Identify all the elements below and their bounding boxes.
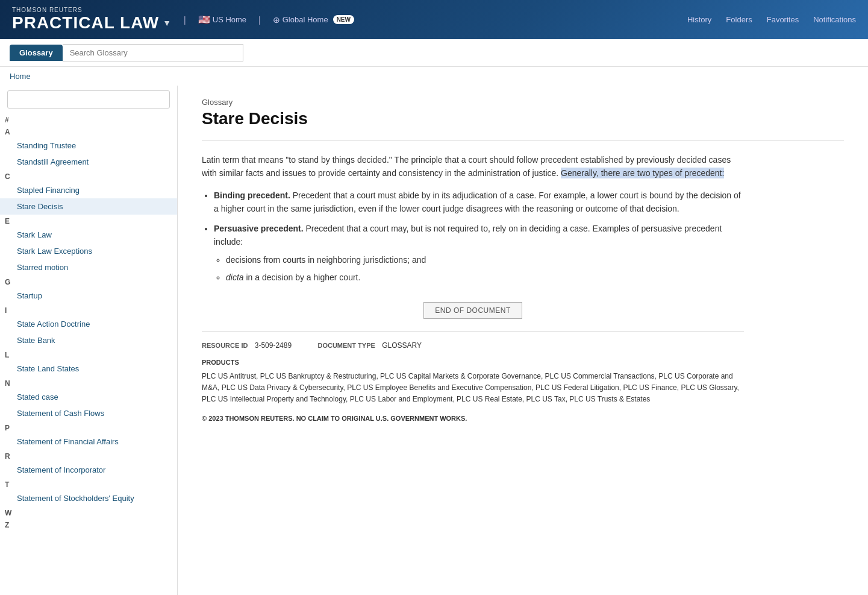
sidebar-item-stark-law[interactable]: Stark Law	[0, 227, 177, 243]
alpha-section-hash: #	[0, 113, 177, 125]
resource-id-label: RESOURCE ID	[202, 342, 248, 349]
main-layout: # A Standing Trustee Standstill Agreemen…	[0, 86, 868, 595]
sidebar-item-standstill-agreement[interactable]: Standstill Agreement	[0, 154, 177, 170]
binding-precedent-text: Precedent that a court must abide by in …	[214, 190, 741, 213]
sidebar-item-stapled-financing[interactable]: Stapled Financing	[0, 182, 177, 198]
alpha-label-z: Z	[0, 518, 177, 530]
alpha-label-w: W	[0, 506, 177, 518]
content-sub-bullet-1: decisions from courts in neighboring jur…	[226, 253, 744, 266]
sidebar-item-statement-of-incorporator[interactable]: Statement of Incorporator	[0, 462, 177, 478]
end-of-document-button: END OF DOCUMENT	[423, 302, 522, 319]
persuasive-precedent-title: Persuasive precedent.	[214, 224, 304, 233]
new-badge: NEW	[333, 15, 354, 24]
breadcrumb[interactable]: Home	[0, 67, 868, 86]
products-text: PLC US Antitrust, PLC US Bankruptcy & Re…	[202, 372, 739, 403]
alpha-section-n: N	[0, 377, 177, 389]
alpha-label-hash: #	[0, 113, 177, 125]
header-right: History Folders Favorites Notifications	[687, 15, 856, 24]
content-sub-bullet-2: dicta in a decision by a higher court.	[226, 271, 744, 284]
brand: THOMSON REUTERS PRACTICAL LAW ▼	[12, 7, 172, 33]
sidebar-item-statement-of-cash-flows[interactable]: Statement of Cash Flows	[0, 405, 177, 421]
search-bar: Glossary	[0, 39, 868, 67]
dicta-text: dicta	[226, 272, 244, 282]
folders-link[interactable]: Folders	[726, 15, 752, 24]
doc-type-label: DOCUMENT TYPE	[317, 342, 375, 349]
sidebar-item-state-action-doctrine[interactable]: State Action Doctrine	[0, 316, 177, 332]
content-bullet-binding: Binding precedent. Precedent that a cour…	[214, 189, 744, 216]
alpha-label-n: N	[0, 377, 177, 389]
notifications-link[interactable]: Notifications	[813, 15, 856, 24]
copyright-text: © 2023 THOMSON REUTERS. NO CLAIM TO ORIG…	[202, 414, 744, 424]
sidebar-item-statement-of-stockholders-equity[interactable]: Statement of Stockholders' Equity	[0, 490, 177, 506]
global-home-link[interactable]: ⊕ Global Home NEW	[273, 15, 354, 25]
us-home-label: US Home	[213, 15, 246, 24]
alpha-label-e: E	[0, 215, 177, 227]
sidebar-item-stated-case[interactable]: Stated case	[0, 389, 177, 405]
sidebar-item-starred-motion[interactable]: Starred motion	[0, 259, 177, 275]
metadata-row-resource: RESOURCE ID 3-509-2489 DOCUMENT TYPE GLO…	[202, 340, 744, 351]
header: THOMSON REUTERS PRACTICAL LAW ▼ | 🇺🇸 US …	[0, 0, 868, 39]
sidebar: # A Standing Trustee Standstill Agreemen…	[0, 86, 178, 595]
alpha-section-w: W	[0, 506, 177, 518]
alpha-label-r: R	[0, 450, 177, 462]
alpha-section-z: Z	[0, 518, 177, 530]
content-sub-list: decisions from courts in neighboring jur…	[226, 253, 744, 284]
header-left: THOMSON REUTERS PRACTICAL LAW ▼ | 🇺🇸 US …	[12, 7, 354, 33]
alpha-section-c: C	[0, 170, 177, 182]
content-title: Stare Decisis	[202, 109, 844, 128]
nav-divider-1: |	[184, 15, 186, 25]
metadata-section: RESOURCE ID 3-509-2489 DOCUMENT TYPE GLO…	[202, 331, 744, 424]
metadata-row-products: PRODUCTS PLC US Antitrust, PLC US Bankru…	[202, 357, 744, 405]
brand-name: PRACTICAL LAW	[12, 13, 159, 33]
alpha-section-g: G	[0, 275, 177, 288]
favorites-link[interactable]: Favorites	[767, 15, 799, 24]
alpha-label-c: C	[0, 170, 177, 182]
content-intro-paragraph: Latin term that means "to stand by thing…	[202, 153, 744, 180]
sidebar-item-standing-trustee[interactable]: Standing Trustee	[0, 137, 177, 154]
glossary-tab[interactable]: Glossary	[10, 45, 63, 61]
alpha-section-i: I	[0, 304, 177, 316]
content-area: Glossary Stare Decisis Latin term that m…	[178, 86, 868, 595]
doc-type-value: GLOSSARY	[382, 341, 422, 350]
global-home-label: Global Home	[283, 15, 328, 24]
end-of-document-section: END OF DOCUMENT	[202, 302, 744, 319]
alpha-section-l: L	[0, 348, 177, 360]
alpha-label-g: G	[0, 275, 177, 288]
sidebar-scroll-indicator	[7, 90, 170, 109]
alpha-label-t: T	[0, 478, 177, 490]
sidebar-item-stare-decisis[interactable]: Stare Decisis	[0, 198, 177, 215]
sidebar-item-startup[interactable]: Startup	[0, 288, 177, 304]
sidebar-item-stark-law-exceptions[interactable]: Stark Law Exceptions	[0, 243, 177, 259]
content-section-label: Glossary	[202, 98, 844, 107]
sidebar-item-state-land-states[interactable]: State Land States	[0, 360, 177, 377]
alpha-section-e: E	[0, 215, 177, 227]
alpha-section-a: A	[0, 125, 177, 137]
alpha-label-a: A	[0, 125, 177, 137]
brand-top: THOMSON REUTERS	[12, 7, 172, 13]
us-flag-icon: 🇺🇸	[198, 14, 210, 25]
alpha-section-t: T	[0, 478, 177, 490]
alpha-section-r: R	[0, 450, 177, 462]
sidebar-item-state-bank[interactable]: State Bank	[0, 332, 177, 348]
alpha-label-l: L	[0, 348, 177, 360]
content-divider	[202, 140, 844, 141]
us-home-link[interactable]: 🇺🇸 US Home	[198, 14, 246, 25]
alpha-section-p: P	[0, 421, 177, 433]
brand-dropdown-icon[interactable]: ▼	[163, 18, 172, 28]
sub-bullet-2-rest: in a decision by a higher court.	[244, 272, 361, 282]
products-label: PRODUCTS	[202, 357, 744, 368]
content-highlight: Generally, there are two types of preced…	[561, 168, 724, 178]
nav-divider-2: |	[258, 15, 261, 25]
content-body: Latin term that means "to stand by thing…	[202, 153, 744, 424]
sidebar-item-statement-of-financial-affairs[interactable]: Statement of Financial Affairs	[0, 433, 177, 450]
content-main-list: Binding precedent. Precedent that a cour…	[214, 189, 744, 284]
history-link[interactable]: History	[687, 15, 711, 24]
binding-precedent-title: Binding precedent.	[214, 190, 290, 200]
globe-icon: ⊕	[273, 15, 280, 25]
content-bullet-persuasive: Persuasive precedent. Precedent that a c…	[214, 222, 744, 285]
brand-bottom: PRACTICAL LAW ▼	[12, 13, 172, 33]
alpha-label-p: P	[0, 421, 177, 433]
search-input[interactable]	[63, 44, 243, 61]
resource-id-value: 3-509-2489	[255, 341, 292, 350]
alpha-label-i: I	[0, 304, 177, 316]
